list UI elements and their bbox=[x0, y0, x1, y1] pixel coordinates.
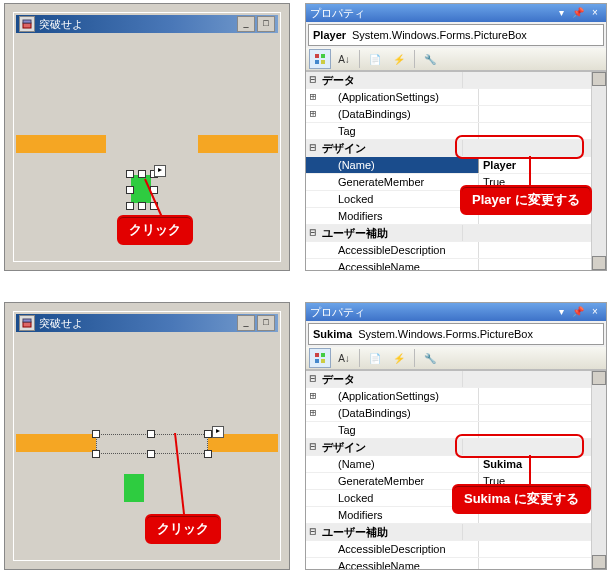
svg-rect-1 bbox=[23, 20, 31, 23]
properties-grid-2[interactable]: ⊟データ ⊞(ApplicationSettings) ⊞(DataBindin… bbox=[306, 370, 606, 569]
properties-toolbar-2: A↓ 📄 ⚡ 🔧 bbox=[306, 347, 606, 370]
pin-icon[interactable]: 📌 bbox=[571, 306, 585, 318]
handle-e[interactable] bbox=[150, 186, 158, 194]
wall-right[interactable] bbox=[198, 135, 278, 153]
wall-left-2[interactable] bbox=[16, 434, 96, 452]
callout-change-2: Sukima に変更する bbox=[452, 484, 591, 514]
handle-se[interactable] bbox=[150, 202, 158, 210]
handle-n[interactable] bbox=[138, 170, 146, 178]
maximize-button[interactable]: □ bbox=[257, 16, 275, 32]
properties-panel-2: プロパティ ▾ 📌 × Sukima System.Windows.Forms.… bbox=[305, 302, 607, 570]
properties-grid[interactable]: ⊟データ ⊞(ApplicationSettings) ⊞(DataBindin… bbox=[306, 71, 606, 270]
name-property-row[interactable]: (Name)Player bbox=[306, 157, 606, 174]
close-icon[interactable]: × bbox=[588, 7, 602, 19]
svg-rect-9 bbox=[23, 319, 31, 322]
object-type: System.Windows.Forms.PictureBox bbox=[352, 29, 527, 41]
smart-tag-icon[interactable]: ▸ bbox=[154, 165, 166, 177]
object-name: Sukima bbox=[313, 328, 352, 340]
handle-sw[interactable] bbox=[92, 450, 100, 458]
pin-icon[interactable]: 📌 bbox=[571, 7, 585, 19]
handle-n[interactable] bbox=[147, 430, 155, 438]
callout-click-2: クリック bbox=[145, 514, 221, 544]
handle-ne[interactable] bbox=[204, 430, 212, 438]
form-title: 突破せよ bbox=[39, 17, 83, 32]
events-icon[interactable]: ⚡ bbox=[388, 49, 410, 69]
properties-titlebar[interactable]: プロパティ ▾ 📌 × bbox=[306, 4, 606, 22]
dropdown-icon[interactable]: ▾ bbox=[554, 7, 568, 19]
handle-sw[interactable] bbox=[126, 202, 134, 210]
form-title-bar[interactable]: 突破せよ _ □ bbox=[16, 15, 278, 33]
smart-tag-icon[interactable]: ▸ bbox=[212, 426, 224, 438]
handle-w[interactable] bbox=[126, 186, 134, 194]
form-title-bar-2[interactable]: 突破せよ _ □ bbox=[16, 314, 278, 332]
categorized-icon[interactable] bbox=[309, 348, 331, 368]
player-picturebox-2[interactable] bbox=[124, 474, 144, 502]
properties-icon[interactable]: 📄 bbox=[364, 348, 386, 368]
properties-toolbar: A↓ 📄 ⚡ 🔧 bbox=[306, 48, 606, 71]
handle-nw[interactable] bbox=[126, 170, 134, 178]
form-icon bbox=[19, 16, 35, 32]
categorized-icon[interactable] bbox=[309, 49, 331, 69]
minimize-button[interactable]: _ bbox=[237, 16, 255, 32]
designer-panel-1: 突破せよ _ □ ▸ bbox=[4, 3, 290, 271]
properties-titlebar-2[interactable]: プロパティ ▾ 📌 × bbox=[306, 303, 606, 321]
scrollbar[interactable] bbox=[591, 371, 606, 569]
properties-title-text: プロパティ bbox=[310, 6, 365, 21]
property-pages-icon[interactable]: 🔧 bbox=[419, 49, 441, 69]
svg-rect-5 bbox=[315, 60, 319, 64]
wall-left[interactable] bbox=[16, 135, 106, 153]
callout-change-1: Player に変更する bbox=[460, 185, 592, 215]
svg-rect-8 bbox=[23, 322, 31, 327]
close-icon[interactable]: × bbox=[588, 306, 602, 318]
property-pages-icon[interactable]: 🔧 bbox=[419, 348, 441, 368]
properties-icon[interactable]: 📄 bbox=[364, 49, 386, 69]
callout-click-1: クリック bbox=[117, 215, 193, 245]
form-icon bbox=[19, 315, 35, 331]
svg-rect-4 bbox=[321, 54, 325, 58]
svg-rect-12 bbox=[321, 353, 325, 357]
handle-nw[interactable] bbox=[92, 430, 100, 438]
object-selector-2[interactable]: Sukima System.Windows.Forms.PictureBox bbox=[308, 323, 604, 345]
svg-rect-3 bbox=[315, 54, 319, 58]
svg-rect-11 bbox=[315, 353, 319, 357]
handle-s[interactable] bbox=[147, 450, 155, 458]
events-icon[interactable]: ⚡ bbox=[388, 348, 410, 368]
handle-s[interactable] bbox=[138, 202, 146, 210]
properties-title-text: プロパティ bbox=[310, 305, 365, 320]
handle-se[interactable] bbox=[204, 450, 212, 458]
form-title: 突破せよ bbox=[39, 316, 83, 331]
player-picturebox[interactable] bbox=[131, 175, 151, 203]
alpha-sort-icon[interactable]: A↓ bbox=[333, 49, 355, 69]
object-selector[interactable]: Player System.Windows.Forms.PictureBox bbox=[308, 24, 604, 46]
dropdown-icon[interactable]: ▾ bbox=[554, 306, 568, 318]
svg-rect-13 bbox=[315, 359, 319, 363]
name-property-row-2[interactable]: (Name)Sukima bbox=[306, 456, 606, 473]
svg-rect-14 bbox=[321, 359, 325, 363]
designer-panel-2: 突破せよ _ □ ▸ クリック bbox=[4, 302, 290, 570]
scrollbar[interactable] bbox=[591, 72, 606, 270]
alpha-sort-icon[interactable]: A↓ bbox=[333, 348, 355, 368]
properties-panel-1: プロパティ ▾ 📌 × Player System.Windows.Forms.… bbox=[305, 3, 607, 271]
svg-rect-6 bbox=[321, 60, 325, 64]
minimize-button[interactable]: _ bbox=[237, 315, 255, 331]
maximize-button[interactable]: □ bbox=[257, 315, 275, 331]
svg-rect-0 bbox=[23, 23, 31, 28]
object-type: System.Windows.Forms.PictureBox bbox=[358, 328, 533, 340]
object-name: Player bbox=[313, 29, 346, 41]
